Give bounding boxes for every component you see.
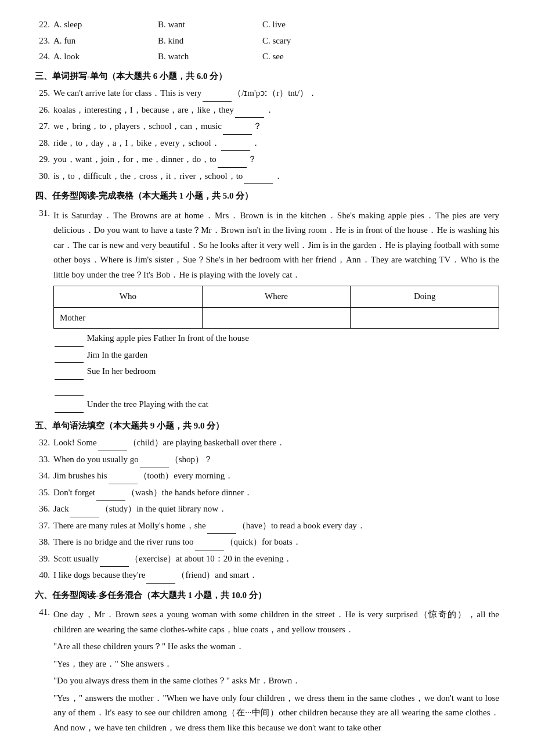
q37-content: There are many rules at Molly's home，she… [53,519,499,534]
reading-table: Who Where Doing Mother [53,286,499,329]
q29-num: 29. [35,152,53,168]
q40-blank [146,568,175,584]
q31-num: 31. [35,206,53,414]
q37-num: 37. [35,519,53,534]
q25-content: We can't arrive late for class．This is v… [53,86,499,102]
q30-content: is，to，difficult，the，cross，it，river，schoo… [53,169,499,185]
q28-blank [221,136,250,152]
q32-blank [98,435,127,451]
question-39: 39. Scott usually （exercise）at about 10：… [35,552,499,567]
q40-num: 40. [35,568,53,584]
question-31: 31. It is Saturday．The Browns are at hom… [35,206,499,414]
q36-blank [70,502,99,517]
section-6-title: 六、任务型阅读-多任务混合（本大题共 1 小题，共 10.0 分） [35,588,499,603]
q23-c: C. scary [262,34,332,49]
q25-num: 25. [35,86,53,102]
fill-line-2: Jim In the garden [53,348,499,363]
q41-para3: "Yes，they are．" She answers． [53,657,499,672]
q38-content: There is no bridge and the river runs to… [53,535,499,550]
blank-2 [55,348,84,363]
question-36: 36. Jack （study）in the quiet library now… [35,502,499,517]
q26-blank [235,103,264,118]
q30-num: 30. [35,169,53,185]
q23-num: 23. [35,34,53,49]
fill-line-3: Sue In her bedroom [53,364,499,380]
q37-blank [207,519,236,534]
q22-b: B. want [158,17,228,33]
q26-content: koalas，interesting，I，because，are，like，th… [53,103,499,118]
q22-num: 22. [35,17,53,33]
q27-num: 27. [35,119,53,135]
q35-content: Don't forget （wash）the hands before dinn… [53,485,499,501]
q41-num: 41. [35,605,53,737]
fill-line-4 [53,381,499,397]
q38-blank [195,535,224,550]
q38-num: 38. [35,535,53,550]
question-22: 22. A. sleep B. want C. live [35,17,499,33]
question-24: 24. A. look B. watch C. see [35,49,499,64]
q36-num: 36. [35,502,53,517]
table-cell-doing-1 [351,307,499,329]
section-3-title: 三、单词拼写-单句（本大题共 6 小题，共 6.0 分） [35,69,499,84]
section-4-title: 四、任务型阅读-完成表格（本大题共 1 小题，共 5.0 分） [35,189,499,204]
question-27: 27. we，bring，to，players，school，can，music… [35,119,499,135]
question-26: 26. koalas，interesting，I，because，are，lik… [35,103,499,118]
q24-c: C. see [262,49,332,64]
question-38: 38. There is no bridge and the river run… [35,535,499,550]
blank-5 [55,397,84,413]
q24-b: B. watch [158,49,228,64]
q39-content: Scott usually （exercise）at about 10：20 i… [53,552,499,567]
section-5-title: 五、单句语法填空（本大题共 9 小题，共 9.0 分） [35,419,499,434]
q39-blank [100,552,129,567]
question-33: 33. When do you usually go （shop）？ [35,452,499,468]
table-row-mother: Mother [54,307,499,329]
question-34: 34. Jim brushes his （tooth）every morning… [35,469,499,484]
q34-content: Jim brushes his （tooth）every morning． [53,469,499,484]
question-29: 29. you，want，join，for，me，dinner，do，to ？ [35,152,499,168]
question-40: 40. I like dogs because they're （friend）… [35,568,499,584]
q33-blank [140,452,169,468]
q22-a: A. sleep [53,17,123,33]
fill-line-5: Under the tree Playing with the cat [53,397,499,413]
table-cell-who-1: Mother [54,307,203,329]
q28-num: 28. [35,136,53,152]
q33-num: 33. [35,452,53,468]
table-header-who: Who [54,286,203,308]
question-37: 37. There are many rules at Molly's home… [35,519,499,534]
q40-content: I like dogs because they're （friend）and … [53,568,499,584]
question-28: 28. ride，to，day，a，I，bike，every，school． ． [35,136,499,152]
question-25: 25. We can't arrive late for class．This … [35,86,499,102]
q41-para1: One day，Mr．Brown sees a young woman with… [53,607,499,637]
q31-passage: It is Saturday．The Browns are at home．Mr… [53,206,499,414]
q29-blank [218,152,247,168]
q34-num: 34. [35,469,53,484]
question-30: 30. is，to，difficult，the，cross，it，river，s… [35,169,499,185]
q26-num: 26. [35,103,53,118]
q32-content: Look! Some （child）are playing basketball… [53,435,499,451]
table-header-where: Where [202,286,351,308]
q34-blank [109,469,138,484]
q22-options: A. sleep B. want C. live [53,17,499,33]
q41-content: One day，Mr．Brown sees a young woman with… [53,605,499,737]
q24-a: A. look [53,49,123,64]
q30-blank [244,169,273,185]
question-32: 32. Look! Some （child）are playing basket… [35,435,499,451]
q22-c: C. live [262,17,332,33]
q23-b: B. kind [158,34,228,49]
q32-num: 32. [35,435,53,451]
q35-num: 35. [35,485,53,501]
q25-blank [203,86,232,102]
q41-para2: "Are all these children yours？" He asks … [53,639,499,654]
q24-options: A. look B. watch C. see [53,49,499,64]
q39-num: 39. [35,552,53,567]
q28-content: ride，to，day，a，I，bike，every，school． ． [53,136,499,152]
blank-3 [55,364,84,380]
q23-options: A. fun B. kind C. scary [53,34,499,49]
fill-line-1: Making apple pies Father In front of the… [53,331,499,347]
q33-content: When do you usually go （shop）？ [53,452,499,468]
question-23: 23. A. fun B. kind C. scary [35,34,499,49]
table-header-doing: Doing [351,286,499,308]
blank-1 [55,331,84,347]
q29-content: you，want，join，for，me，dinner，do，to ？ [53,152,499,168]
q27-blank [223,119,252,135]
